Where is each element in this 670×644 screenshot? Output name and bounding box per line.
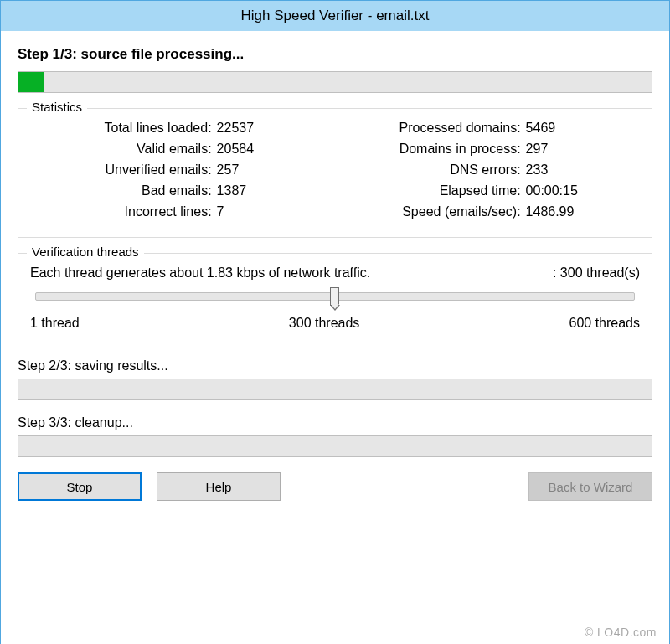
step2-label: Step 2/3: saving results...	[18, 358, 652, 374]
help-button[interactable]: Help	[157, 472, 281, 501]
threads-slider-labels: 1 thread 300 threads 600 threads	[30, 316, 640, 331]
title-bar[interactable]: High Speed Verifier - email.txt	[1, 1, 669, 31]
stat-value: 5469	[526, 121, 640, 136]
stat-label: Incorrect lines:	[30, 204, 217, 219]
stat-label: Domains in process:	[339, 142, 526, 157]
stat-value: 257	[217, 162, 331, 178]
stat-value: 22537	[217, 121, 331, 136]
stat-label: Bad emails:	[30, 183, 217, 198]
slider-min-label: 1 thread	[30, 316, 80, 331]
app-window: High Speed Verifier - email.txt Step 1/3…	[0, 0, 670, 644]
stat-label: Total lines loaded:	[30, 121, 217, 136]
step1-progress-fill	[18, 72, 44, 92]
stat-label: Elapsed time:	[339, 183, 526, 198]
step3-progress	[18, 435, 652, 457]
stop-button[interactable]: Stop	[18, 472, 142, 501]
step3-label: Step 3/3: cleanup...	[18, 415, 652, 430]
statistics-table: Total lines loaded:22537 Valid emails:20…	[30, 121, 640, 225]
client-area: Step 1/3: source file processing... Stat…	[1, 31, 669, 644]
stat-value: 1387	[217, 183, 331, 198]
stat-elapsed-time: Elapsed time:00:00:15	[339, 183, 640, 198]
threads-slider-thumb[interactable]	[330, 287, 339, 306]
stat-unverified-emails: Unverified emails:257	[30, 162, 331, 178]
button-spacer	[296, 472, 513, 501]
stat-label: Processed domains:	[339, 121, 526, 136]
window-title: High Speed Verifier - email.txt	[241, 8, 430, 23]
stat-total-lines: Total lines loaded:22537	[30, 121, 331, 136]
threads-slider[interactable]	[35, 292, 635, 301]
stat-value: 1486.99	[526, 204, 640, 219]
stat-dns-errors: DNS errors:233	[339, 162, 640, 178]
step2-block: Step 2/3: saving results...	[18, 358, 652, 400]
step3-block: Step 3/3: cleanup...	[18, 415, 652, 457]
stat-value: 233	[526, 162, 640, 178]
stat-label: Valid emails:	[30, 142, 217, 157]
step2-progress	[18, 379, 652, 400]
slider-mid-label: 300 threads	[289, 316, 360, 331]
threads-legend: Verification threads	[27, 245, 144, 259]
stat-processed-domains: Processed domains:5469	[339, 121, 640, 136]
step1-label: Step 1/3: source file processing...	[18, 46, 652, 63]
statistics-col-right: Processed domains:5469 Domains in proces…	[339, 121, 640, 225]
stat-speed: Speed (emails/sec):1486.99	[339, 204, 640, 219]
stat-valid-emails: Valid emails:20584	[30, 142, 331, 157]
statistics-legend: Statistics	[27, 100, 87, 114]
stat-incorrect-lines: Incorrect lines:7	[30, 204, 331, 219]
stat-label: Unverified emails:	[30, 162, 217, 178]
statistics-col-left: Total lines loaded:22537 Valid emails:20…	[30, 121, 331, 225]
threads-count-text: : 300 thread(s)	[553, 265, 640, 281]
stat-label: DNS errors:	[339, 162, 526, 178]
stat-value: 7	[217, 204, 331, 219]
threads-traffic-text: Each thread generates about 1.83 kbps of…	[30, 265, 370, 281]
stat-bad-emails: Bad emails:1387	[30, 183, 331, 198]
threads-group: Verification threads Each thread generat…	[18, 253, 652, 343]
back-to-wizard-button: Back to Wizard	[528, 472, 652, 501]
stat-value: 00:00:15	[526, 183, 640, 198]
statistics-group: Statistics Total lines loaded:22537 Vali…	[18, 108, 652, 238]
step1-progress	[18, 71, 652, 93]
stat-value: 20584	[217, 142, 331, 157]
watermark: © LO4D.com	[585, 626, 657, 639]
button-row: Stop Help Back to Wizard	[18, 472, 652, 501]
threads-text-row: Each thread generates about 1.83 kbps of…	[30, 265, 640, 281]
stat-label: Speed (emails/sec):	[339, 204, 526, 219]
stat-domains-in-process: Domains in process:297	[339, 142, 640, 157]
stat-value: 297	[526, 142, 640, 157]
slider-max-label: 600 threads	[569, 316, 640, 331]
